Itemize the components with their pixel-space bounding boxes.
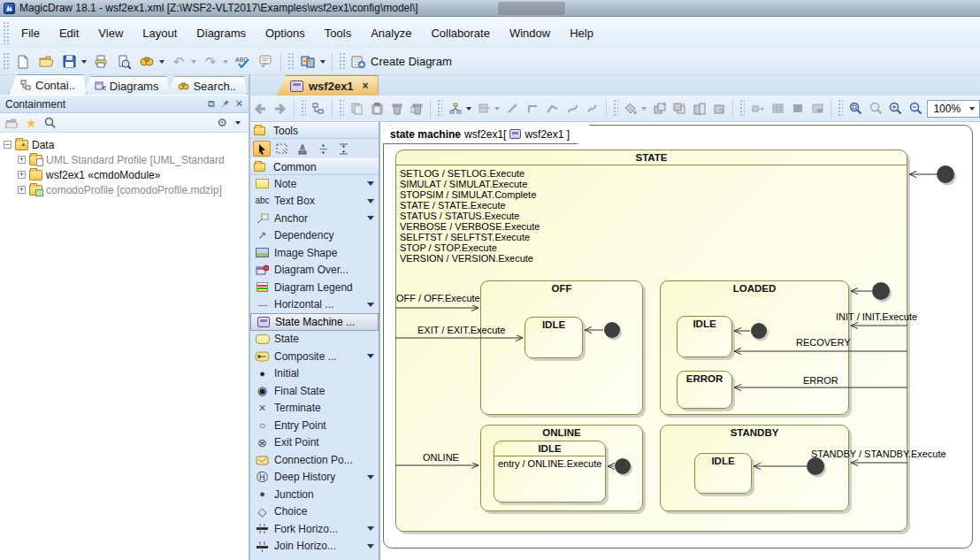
curve-path-icon[interactable] — [563, 98, 582, 119]
state-LOADED-ERROR[interactable]: ERROR — [677, 371, 732, 409]
copy-icon[interactable] — [348, 98, 366, 119]
palette-common-header[interactable]: Common — [250, 158, 379, 175]
palette-item-initial[interactable]: ● Initial — [250, 365, 379, 383]
menu-view[interactable]: View — [88, 23, 133, 43]
palette-item-choice[interactable]: ◇ Choice — [250, 503, 379, 521]
undo-icon[interactable]: ↶ — [168, 51, 189, 73]
title-bar[interactable]: MagicDraw 18.1 - wsf2ex1.xml [Z:\WSF2-VL… — [0, 0, 980, 17]
chevron-down-icon[interactable] — [367, 303, 374, 307]
chevron-down-icon[interactable] — [367, 216, 374, 220]
forward-icon[interactable] — [272, 98, 290, 119]
chevron-down-icon[interactable] — [367, 199, 374, 203]
chevron-down-icon[interactable] — [367, 475, 374, 479]
layout-icon[interactable] — [446, 98, 464, 119]
bezier-path-icon[interactable] — [543, 98, 562, 119]
menu-collaborate[interactable]: Collaborate — [421, 23, 500, 43]
fit-in-window-icon[interactable] — [846, 98, 865, 119]
close-tab-icon[interactable]: × — [363, 80, 369, 92]
close-panel-icon[interactable]: ✕ — [235, 99, 243, 109]
state-STANDBY-IDLE[interactable]: IDLE — [694, 453, 752, 494]
tree-item-data[interactable]: − Data — [4, 137, 249, 152]
state-ONLINE-IDLE[interactable]: IDLE entry / ONLINE.Execute — [494, 441, 606, 502]
paste-icon[interactable] — [368, 98, 387, 119]
bring-forward-icon[interactable] — [690, 98, 708, 119]
palette-item-connection-point[interactable]: Connection Po... — [250, 451, 379, 469]
find-dropdown-icon[interactable] — [159, 60, 165, 64]
vertical-distribute-icon[interactable] — [314, 141, 332, 157]
layout-dropdown-icon[interactable] — [466, 107, 471, 111]
toolbar-grip[interactable] — [339, 99, 344, 117]
palette-item-horizontal-separator[interactable]: ---- Horizontal ... — [250, 296, 379, 314]
align-icon[interactable] — [475, 98, 494, 119]
select-tool-icon[interactable] — [253, 141, 271, 157]
comments-icon[interactable] — [255, 51, 276, 73]
transition-label-exit[interactable]: EXIT / EXIT.Execute — [417, 325, 505, 335]
diagram-canvas[interactable]: state machine wsf2ex1[ wsf2ex1 ] STATE S… — [380, 122, 980, 560]
undo-dropdown-icon[interactable] — [191, 60, 196, 64]
palette-item-anchor[interactable]: Anchor — [250, 210, 379, 227]
expand-icon[interactable]: + — [18, 186, 26, 194]
transition-label-error[interactable]: ERROR — [803, 375, 838, 386]
chevron-down-icon[interactable] — [367, 181, 374, 186]
palette-item-exit-point[interactable]: ⊗ Exit Point — [250, 434, 379, 452]
toolbar-grip[interactable] — [287, 52, 294, 70]
delete-view-icon[interactable] — [408, 98, 426, 119]
palette-item-dependency[interactable]: ↗ Dependency — [250, 227, 379, 245]
float-panel-icon[interactable]: ⧉ — [208, 99, 215, 109]
toolbar-grip[interactable] — [301, 99, 306, 117]
save-dropdown-icon[interactable] — [81, 60, 87, 64]
palette-item-diagram-overview[interactable]: Diagram Over... — [250, 262, 379, 280]
open-project-icon[interactable] — [35, 51, 57, 73]
chevron-down-icon[interactable] — [367, 526, 374, 531]
collapse-icon[interactable]: − — [4, 141, 11, 149]
palette-item-image-shape[interactable]: Image Shape — [250, 244, 379, 262]
to-back-icon[interactable] — [670, 98, 689, 119]
find-icon[interactable] — [136, 51, 157, 73]
toolbar-grip[interactable] — [339, 52, 345, 70]
transition-label-standby[interactable]: STANDBY / STANDBY.Execute — [811, 449, 946, 459]
gear-icon[interactable]: ⚙ — [217, 117, 227, 128]
create-diagram-button[interactable]: Create Diagram — [348, 53, 459, 71]
menu-diagrams[interactable]: Diagrams — [187, 23, 256, 43]
zoom-level-combo[interactable]: 100% — [927, 100, 980, 118]
menu-analyze[interactable]: Analyze — [361, 23, 421, 43]
save-icon[interactable] — [58, 51, 80, 73]
zoom-dropdown-icon[interactable] — [969, 107, 975, 111]
favorites-star-icon[interactable]: ★ — [26, 117, 37, 129]
tab-diagrams[interactable]: ⟲ Diagrams — [83, 76, 171, 95]
transition-label-off[interactable]: OFF / OFF.Execute — [396, 293, 480, 303]
spelling-icon[interactable]: ABC — [232, 51, 253, 73]
project-usage-icon[interactable] — [297, 51, 318, 73]
tab-search[interactable]: Search.. — [166, 76, 247, 95]
tree-item-comodoprofile[interactable]: + comodoProfile [comodoProfile.mdzip] — [4, 182, 249, 197]
toolbar-grip[interactable] — [3, 21, 9, 43]
chevron-down-icon[interactable] — [367, 354, 374, 358]
palette-item-composite-state[interactable]: Composite ... — [250, 348, 379, 365]
print-icon[interactable] — [90, 51, 111, 73]
marquee-tool-icon[interactable] — [273, 141, 291, 157]
vertical-resize-icon[interactable] — [334, 141, 352, 157]
palette-item-state[interactable]: State — [250, 331, 379, 349]
fill-color-dropdown-icon[interactable] — [641, 107, 647, 111]
custom-path-icon[interactable] — [583, 98, 601, 119]
state-LOADED-IDLE[interactable]: IDLE — [677, 316, 732, 357]
select-in-containment-icon[interactable] — [310, 98, 328, 119]
search-icon[interactable] — [44, 117, 56, 128]
align-dropdown-icon[interactable] — [494, 107, 500, 111]
palette-item-junction[interactable]: ● Junction — [250, 486, 379, 503]
palette-item-note[interactable]: Note — [250, 175, 379, 193]
show-diagram-info-icon[interactable] — [788, 98, 807, 119]
redo-dropdown-icon[interactable] — [223, 60, 228, 64]
fill-color-icon[interactable] — [622, 98, 640, 119]
toolbar-grip[interactable] — [613, 99, 618, 117]
expand-icon[interactable]: + — [18, 156, 26, 164]
menu-options[interactable]: Options — [256, 23, 315, 43]
send-backward-icon[interactable] — [710, 98, 729, 119]
toolbar-grip[interactable] — [437, 99, 442, 117]
toolbar-grip[interactable] — [838, 99, 843, 117]
transition-label-init[interactable]: INIT / INIT.Execute — [836, 311, 917, 322]
menu-layout[interactable]: Layout — [133, 23, 187, 43]
transition-label-recovery[interactable]: RECOVERY — [796, 337, 851, 348]
palette-item-final-state[interactable]: ◉ Final State — [250, 382, 379, 400]
gear-dropdown-icon[interactable] — [235, 121, 241, 125]
